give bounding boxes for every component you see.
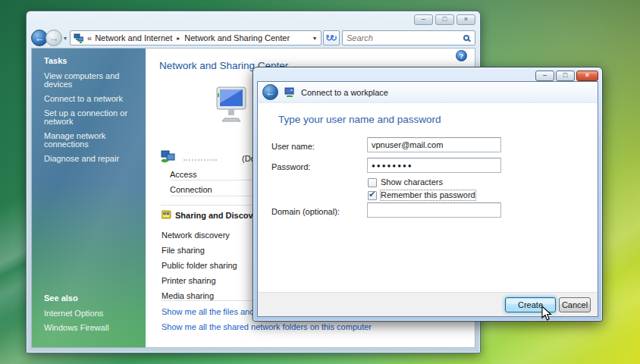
desktop-wallpaper: – □ × ← → ▾ « Network and Internet ▸ Net… [0,0,640,364]
network-location-icon [161,150,176,164]
tasks-header: Tasks [44,56,146,65]
remember-password-checkbox[interactable]: ✔ [368,191,377,200]
connection-label: Connection [170,185,212,194]
obscured-network-name [184,159,217,161]
chevron-right-icon[interactable]: ▸ [172,35,184,42]
cancel-button[interactable]: Cancel [559,297,591,312]
see-also-header: See also [44,293,109,303]
sharing-discovery-icon [162,209,172,220]
recent-pages-dropdown-icon[interactable]: ▾ [62,35,70,42]
address-bar[interactable]: « Network and Internet ▸ Network and Sha… [70,30,322,46]
wizard-heading: Type your user name and password [278,114,441,125]
connect-workplace-dialog: – □ × ← Connect to a workplace Type your… [253,67,603,322]
network-icon [74,33,83,43]
back-icon: ← [35,33,45,44]
row-public-folder-sharing[interactable]: Public folder sharing [162,261,237,270]
sidebar-item-view-computers[interactable]: View computers and devices [44,72,146,89]
wizard-back-button[interactable]: ← [262,84,278,100]
row-printer-sharing[interactable]: Printer sharing [162,276,216,285]
minimize-icon[interactable]: – [535,71,554,81]
maximize-icon[interactable]: □ [556,71,575,81]
domain-label: Domain (optional): [271,207,340,216]
wizard-page: Type your user name and password User na… [258,103,598,292]
mouse-cursor [541,306,553,322]
computer-icon [215,86,247,123]
search-box[interactable] [342,30,475,46]
username-field[interactable] [367,137,501,152]
sidebar-item-internet-options[interactable]: Internet Options [44,309,109,318]
sidebar-item-windows-firewall[interactable]: Windows Firewall [44,324,109,332]
explorer-toolbar: ← → ▾ « Network and Internet ▸ Network a… [31,28,475,48]
address-dropdown-icon[interactable]: ▾ [312,35,318,42]
access-label: Access [170,170,196,179]
show-characters-row[interactable]: Show characters [368,177,443,187]
remember-password-row[interactable]: ✔ Remember this password [368,190,475,200]
search-input[interactable] [347,33,463,42]
row-network-discovery[interactable]: Network discovery [162,231,230,240]
explorer-titlebar[interactable]: – □ × [31,11,475,28]
sidebar-item-connect-network[interactable]: Connect to a network [44,95,146,103]
forward-button[interactable]: → [45,30,62,46]
search-icon[interactable] [463,35,469,41]
row-media-sharing[interactable]: Media sharing [162,291,214,300]
close-icon[interactable]: × [576,71,598,81]
check-icon: ✔ [369,190,375,199]
show-characters-checkbox[interactable] [368,178,377,187]
breadcrumb-item-network-and-internet[interactable]: Network and Internet [95,33,172,42]
tasks-sidebar: Tasks View computers and devices Connect… [32,49,146,347]
dialog-body: ← Connect to a workplace Type your user … [257,81,598,317]
sidebar-item-manage-connections[interactable]: Manage network connections [44,132,146,149]
breadcrumb-item-network-sharing-center[interactable]: Network and Sharing Center [184,33,290,42]
dialog-title: Connect to a workplace [301,88,388,97]
password-field[interactable] [367,158,501,173]
minimize-icon[interactable]: – [414,14,433,25]
domain-field[interactable] [367,202,501,218]
maximize-icon[interactable]: □ [435,14,454,25]
remember-password-label: Remember this password [381,190,475,200]
link-show-shared-folders[interactable]: Show me all the shared network folders o… [162,322,372,331]
help-icon[interactable]: ? [456,50,467,61]
dialog-titlebar[interactable]: – □ × [257,67,598,81]
row-file-sharing[interactable]: File sharing [162,246,205,255]
wizard-header: ← Connect to a workplace [258,82,598,103]
username-label: User name: [271,142,315,151]
breadcrumb-overflow-icon[interactable]: « [83,33,95,42]
close-icon[interactable]: × [456,14,475,25]
sidebar-item-setup-connection[interactable]: Set up a connection or network [44,109,146,126]
sidebar-item-diagnose-repair[interactable]: Diagnose and repair [44,155,146,163]
show-characters-label: Show characters [381,177,443,187]
forward-icon: → [49,33,59,44]
see-also-section: See also Internet Options Windows Firewa… [44,293,109,338]
password-label: Password: [271,162,310,171]
back-icon: ← [266,87,275,98]
workplace-icon [284,87,296,98]
refresh-icon[interactable]: ↻↻ [323,30,340,46]
